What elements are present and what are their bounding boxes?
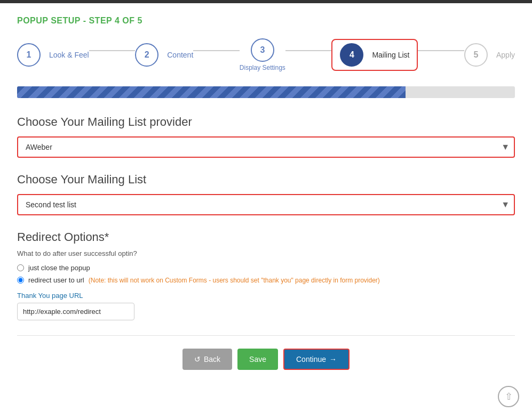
continue-button[interactable]: Continue → — [283, 349, 350, 370]
save-label: Save — [249, 355, 266, 364]
mailing-provider-select[interactable]: AWeber MailChimp GetResponse — [17, 136, 515, 158]
wizard-steps: 1 Look & Feel 2 Content 3 Display Settin… — [17, 38, 515, 71]
radio-close-text: just close the popup — [28, 264, 90, 272]
redirect-title: Redirect Options* — [17, 230, 515, 244]
connector-1-2 — [89, 50, 136, 51]
step-4-label: Mailing List — [372, 51, 409, 59]
thank-you-input[interactable] — [17, 303, 134, 320]
step-1-label: Look & Feel — [49, 51, 89, 59]
radio-redirect-text: redirect user to url — [28, 276, 84, 284]
step-2-circle: 2 — [135, 43, 158, 67]
step-2-label: Content — [167, 51, 193, 59]
radio-redirect-note: (Note: this will not work on Custom Form… — [89, 277, 380, 284]
step-4[interactable]: 4 Mailing List — [331, 39, 418, 71]
redirect-radio-group: just close the popup redirect user to ur… — [17, 264, 515, 284]
progress-bar-container — [17, 86, 515, 98]
thank-you-label: Thank You page URL — [17, 292, 515, 300]
step-4-circle: 4 — [340, 43, 363, 67]
redirect-subtitle: What to do after user successful optin? — [17, 249, 515, 257]
step-2[interactable]: 2 Content — [135, 43, 193, 67]
mailing-provider-wrapper: AWeber MailChimp GetResponse ▼ — [17, 136, 515, 158]
back-button[interactable]: ↺ Back — [182, 349, 232, 370]
connector-4-5 — [418, 50, 464, 51]
continue-label: Continue — [296, 355, 326, 364]
mailing-list-title: Choose Your Mailing List — [17, 173, 515, 187]
bottom-buttons: ↺ Back Save Continue → — [17, 349, 515, 370]
step-3-label: Display Settings — [240, 64, 285, 71]
connector-2-3 — [193, 50, 240, 51]
radio-redirect[interactable] — [17, 277, 24, 284]
connector-3-4 — [285, 50, 332, 51]
page-title: POPUP SETUP - STEP 4 OF 5 — [17, 16, 515, 26]
mailing-list-select[interactable]: Second test list First test list — [17, 194, 515, 215]
back-label: Back — [204, 355, 220, 364]
continue-icon: → — [329, 355, 337, 364]
radio-close-label[interactable]: just close the popup — [17, 264, 515, 272]
step-1-circle: 1 — [17, 43, 41, 67]
step-5-circle: 5 — [464, 43, 488, 67]
step-3[interactable]: 3 Display Settings — [240, 38, 285, 71]
step-1[interactable]: 1 Look & Feel — [17, 43, 89, 67]
radio-redirect-label[interactable]: redirect user to url (Note: this will no… — [17, 276, 515, 284]
step-5-label: Apply — [496, 51, 515, 59]
divider — [17, 335, 515, 336]
back-icon: ↺ — [194, 355, 201, 364]
redirect-section: Redirect Options* What to do after user … — [17, 230, 515, 320]
save-button[interactable]: Save — [237, 349, 278, 370]
progress-bar-fill — [17, 86, 406, 98]
mailing-list-wrapper: Second test list First test list ▼ — [17, 194, 515, 215]
step-3-circle: 3 — [251, 38, 274, 62]
mailing-provider-title: Choose Your Mailing List provider — [17, 115, 515, 129]
step-5[interactable]: 5 Apply — [464, 43, 515, 67]
radio-close[interactable] — [17, 264, 24, 271]
